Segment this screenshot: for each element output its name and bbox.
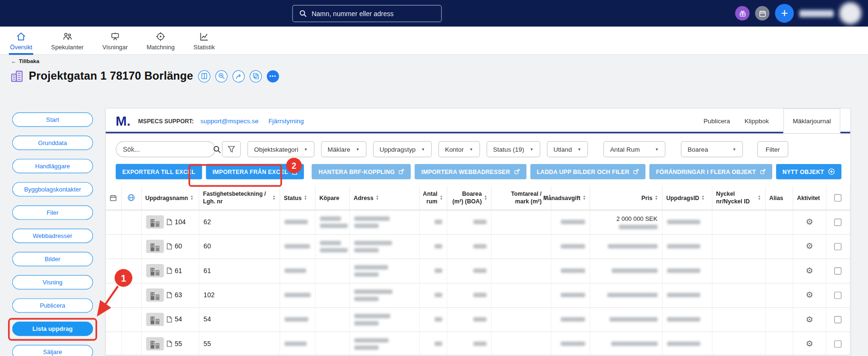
dropdown-status[interactable]: Status (19) ▼	[486, 141, 540, 157]
column-header-nyckel[interactable]: Nyckel nr/Nyckel ID▲▼	[712, 186, 765, 210]
export-excel-button[interactable]: EXPORTERA TILL EXCEL	[116, 164, 202, 180]
sidebar-item-publicera[interactable]: Publicera	[12, 298, 93, 312]
table-row[interactable]: 5555⚙	[106, 331, 850, 355]
global-search-input[interactable]	[311, 9, 434, 17]
chevron-down-icon: ▼	[356, 147, 360, 151]
row-settings-gear-icon[interactable]: ⚙	[806, 290, 813, 300]
row-checkbox[interactable]	[834, 243, 841, 250]
sidebar: Start Grunddata Handläggare Byggbolagsko…	[12, 112, 93, 356]
dropdown-kontor[interactable]: Kontor ▼	[439, 141, 480, 157]
column-header-status[interactable]: Status▲▼	[280, 186, 315, 210]
select-all-checkbox[interactable]	[834, 194, 841, 201]
promotions-button[interactable]	[735, 6, 749, 20]
filter-button[interactable]: Filter	[758, 141, 788, 157]
tab-visningar[interactable]: Visningar	[101, 27, 129, 54]
column-header-pris[interactable]: Pris▲▼	[590, 186, 662, 210]
more-button[interactable]: ⋯	[267, 70, 279, 82]
remote-control-link[interactable]: Fjärrstyrning	[268, 118, 304, 124]
blurred-text	[354, 216, 390, 220]
add-button[interactable]: +	[775, 4, 794, 23]
row-checkbox[interactable]	[834, 267, 841, 274]
row-checkbox[interactable]	[834, 219, 841, 226]
sidebar-item-saljare[interactable]: Säljare	[12, 345, 93, 356]
panel-tab-maklarjournal[interactable]: Mäklarjournal	[783, 109, 840, 134]
panel-tab-klippbok[interactable]: Klippbok	[744, 118, 769, 124]
dropdown-uppdragstyp[interactable]: Uppdragstyp ▼	[373, 141, 432, 157]
calendar-button[interactable]	[755, 6, 769, 20]
row-settings-gear-icon[interactable]: ⚙	[806, 217, 813, 227]
cell-manadsavgift	[551, 210, 590, 234]
people-icon	[62, 31, 73, 42]
sidebar-item-filer[interactable]: Filer	[12, 205, 93, 219]
table-search-input[interactable]	[123, 146, 209, 153]
user-avatar[interactable]	[839, 2, 861, 25]
sidebar-item-grunddata[interactable]: Grunddata	[12, 136, 93, 150]
dropdown-maklare[interactable]: Mäklare ▼	[321, 141, 366, 157]
cell-adress	[349, 307, 419, 331]
sidebar-item-lista-uppdrag[interactable]: Lista uppdrag	[12, 321, 93, 336]
row-checkbox[interactable]	[834, 340, 841, 347]
table-row[interactable]: 6060⚙	[106, 234, 850, 258]
column-header-adress[interactable]: Adress▲▼	[349, 186, 419, 210]
share-button[interactable]	[232, 70, 245, 82]
cell-uppdragsid	[662, 307, 712, 331]
sidebar-item-handlaggare[interactable]: Handläggare	[12, 159, 93, 173]
column-header-manadsavgift[interactable]: Månadsavgift▲▼	[551, 186, 590, 210]
column-header-antal-rum[interactable]: Antal rum▲▼	[420, 186, 447, 210]
cell-status	[280, 210, 315, 234]
dropdown-objektskategori[interactable]: Objektskategori ▼	[247, 141, 314, 157]
column-header-fastighetsbeteckning[interactable]: Fastighetsbeteckning / Lgh. nr▲▼	[199, 186, 280, 210]
cell-kopare	[315, 234, 349, 258]
cell-uppdragsid	[662, 234, 712, 258]
column-header-tomtareal[interactable]: Tomtareal / mark (m²)▲▼	[492, 186, 551, 210]
table-row[interactable]: 104622 000 000 SEK⚙	[106, 210, 850, 234]
panel-tab-publicera[interactable]: Publicera	[704, 118, 730, 124]
row-settings-gear-icon[interactable]: ⚙	[806, 266, 813, 276]
tab-spekulanter[interactable]: Spekulanter	[50, 27, 84, 54]
cell-calendar	[106, 210, 121, 234]
sidebar-item-byggbolagskontakter[interactable]: Byggbolagskontakter	[12, 182, 93, 196]
notes-button[interactable]	[198, 70, 210, 82]
column-header-uppdragsid[interactable]: UppdragsID▲▼	[662, 186, 712, 210]
copy-button[interactable]	[250, 70, 262, 82]
sidebar-item-bilder[interactable]: Bilder	[12, 252, 93, 266]
table-row[interactable]: 5454⚙	[106, 307, 850, 331]
cell-alias	[765, 331, 793, 355]
row-settings-gear-icon[interactable]: ⚙	[806, 314, 813, 324]
dropdown-antal-rum[interactable]: Antal Rum ▼	[603, 141, 666, 157]
dropdown-utland[interactable]: Utland ▼	[547, 141, 588, 157]
sort-icon: ▲▼	[484, 195, 487, 201]
table-row[interactable]: 63102⚙	[106, 283, 850, 307]
cell-manadsavgift	[551, 307, 590, 331]
dropdown-boarea[interactable]: Boarea ▼	[681, 141, 743, 157]
row-settings-gear-icon[interactable]: ⚙	[806, 339, 813, 349]
tab-label: Statistik	[193, 44, 215, 50]
table-row[interactable]: 6161⚙	[106, 258, 850, 283]
row-settings-gear-icon[interactable]: ⚙	[806, 241, 813, 251]
bulk-change-button[interactable]: FÖRÄNDRINGAR I FLERA OBJEKT	[649, 164, 772, 180]
import-excel-button[interactable]: IMPORTERA FRÅN EXCEL	[206, 164, 304, 180]
column-header-uppdragsnamn[interactable]: Uppdragsnamn▲▼	[141, 186, 199, 210]
column-header-boarea[interactable]: Boarea (m²) (BOA)▲▼	[447, 186, 492, 210]
tab-statistik[interactable]: Statistik	[192, 27, 216, 54]
blurred-text	[608, 244, 658, 248]
cell-aktivitet: ⚙	[793, 283, 826, 307]
new-object-button[interactable]: NYTT OBJEKT	[776, 164, 841, 180]
upload-files-button[interactable]: LADDA UPP BILDER OCH FILER	[530, 164, 645, 180]
column-header-globe	[121, 186, 141, 210]
row-checkbox[interactable]	[834, 292, 841, 299]
cell-antal-rum	[420, 234, 447, 258]
tab-oversikt[interactable]: Översikt	[9, 27, 34, 54]
filter-icon-button[interactable]	[222, 141, 241, 157]
zoom-button[interactable]	[215, 70, 228, 82]
sidebar-item-start[interactable]: Start	[12, 112, 93, 127]
cell-kopare	[315, 258, 349, 283]
row-checkbox[interactable]	[834, 316, 841, 323]
sidebar-item-visning[interactable]: Visning	[12, 275, 93, 289]
tab-matchning[interactable]: Matchning	[146, 27, 176, 54]
brf-koppling-button[interactable]: HANTERA BRF-KOPPLING	[312, 164, 411, 180]
import-webbadresser-button[interactable]: IMPORTERA WEBBADRESSER	[415, 164, 526, 180]
breadcrumb[interactable]: ← Tillbaka	[0, 55, 50, 64]
sidebar-item-webbadresser[interactable]: Webbadresser	[12, 228, 93, 243]
support-email-link[interactable]: support@mspecs.se	[201, 118, 259, 124]
